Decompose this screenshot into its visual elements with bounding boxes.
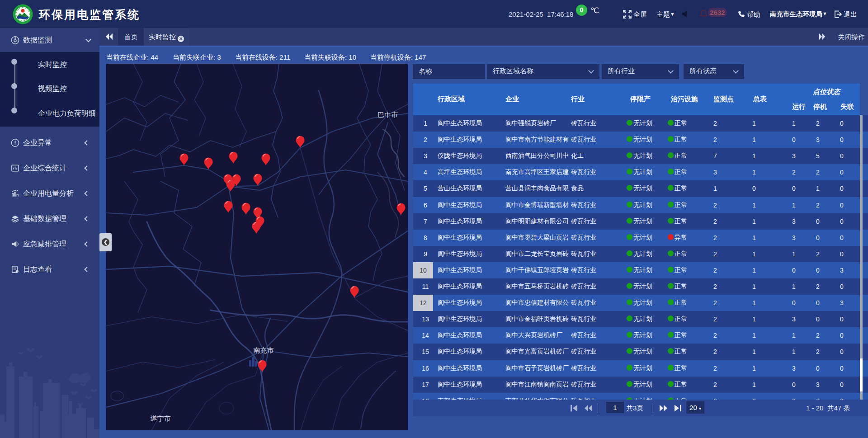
svg-text:遂宁市: 遂宁市 xyxy=(151,414,171,422)
svg-text:巴中市: 巴中市 xyxy=(378,111,398,118)
svg-text:南充市: 南充市 xyxy=(254,346,274,354)
